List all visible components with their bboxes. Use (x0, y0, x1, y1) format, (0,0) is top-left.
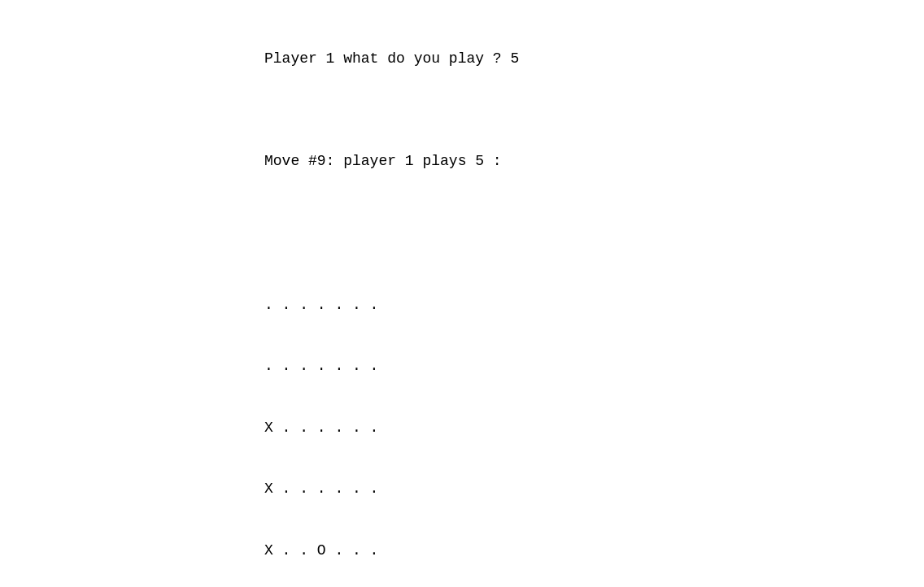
game-output: Player 1 what do you play ? 5 Move #9: p… (264, 8, 924, 587)
move9-board: . . . . . . . . . . . . . . X . . . . . … (264, 254, 924, 587)
prompt-line: Player 1 what do you play ? 5 (264, 49, 924, 69)
board-row: X . . . . . . (264, 479, 924, 499)
board-row: . . . . . . . (264, 356, 924, 376)
board-row: . . . . . . . (264, 295, 924, 315)
board-row: X . . . . . . (264, 418, 924, 438)
move9-header: Move #9: player 1 plays 5 : (264, 151, 924, 172)
board-row: X . . O . . . (264, 541, 924, 561)
